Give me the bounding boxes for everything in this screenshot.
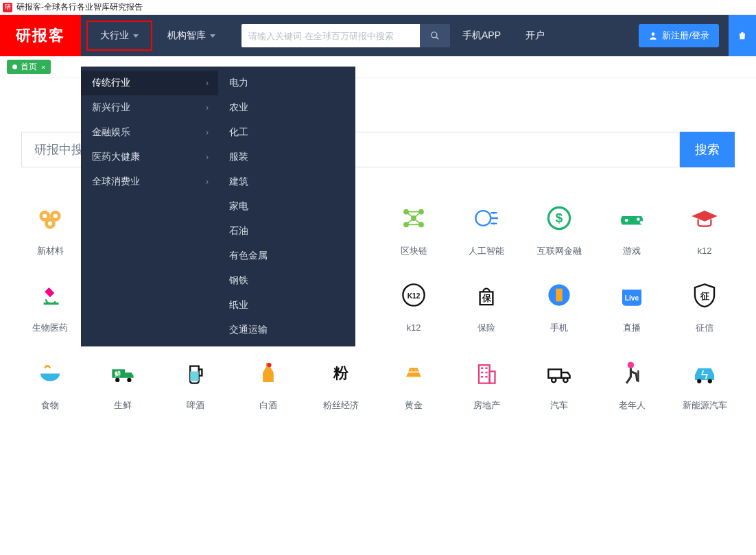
cart-button[interactable] [729,15,756,56]
mega-sub-item[interactable]: 有色金属 [218,244,355,268]
category-cell[interactable]: K12k12 [377,274,450,333]
category-icon-wrap: $ [539,198,580,239]
login-button[interactable]: 新注册/登录 [639,24,719,47]
mega-sub-item[interactable]: 化工 [218,120,355,145]
category-cell[interactable]: 征征信 [668,274,741,333]
category-cell[interactable]: 新能源汽车 [668,352,741,411]
hero-search-button[interactable]: 搜索 [680,132,735,167]
svg-point-24 [637,217,640,221]
category-cell[interactable]: 游戏 [595,198,668,257]
category-label: 征信 [668,322,741,333]
mega-sub-item[interactable]: 家电 [218,194,355,219]
beer-icon [178,355,213,390]
category-cell[interactable]: 汽车 [523,352,595,411]
category-label: 手机 [523,322,595,333]
category-icon-wrap [393,352,434,393]
chevron-right-icon: › [206,103,209,113]
ev-car-icon [687,355,722,390]
svg-point-44 [563,377,567,381]
site-logo[interactable]: 研报客 [0,15,81,56]
user-icon [648,31,658,40]
svg-text:$: $ [556,211,563,225]
liquor-icon [251,355,285,390]
category-label: 汽车 [523,400,595,411]
category-cell[interactable]: 食物 [14,352,86,411]
category-cell[interactable]: 粉粉丝经济 [305,352,377,411]
svg-point-8 [48,222,52,226]
mega-category-item[interactable]: 全球消费业› [81,169,218,194]
category-cell[interactable]: $互联网金融 [523,198,595,257]
building-icon [469,355,504,390]
category-cell[interactable]: 人工智能 [450,198,523,257]
svg-point-2 [652,32,655,36]
mega-sub-item[interactable]: 建筑 [218,169,355,194]
category-label: 互联网金融 [523,246,595,257]
category-cell[interactable]: 黄金 [377,352,450,411]
svg-point-17 [475,211,491,226]
hero-search-button-label: 搜索 [695,141,720,158]
svg-point-25 [640,221,643,224]
gold-bars-icon [397,355,431,390]
top-nav: 研报客 大行业 机构智库 手机APP 开户 新注册/登录 [0,15,756,56]
category-cell[interactable]: Live直播 [595,274,668,333]
category-icon-wrap: 保 [466,274,507,316]
category-label: 生物医药 [14,322,86,333]
mega-categories: 传统行业›新兴行业›金融娱乐›医药大健康›全球消费业› [81,67,218,346]
svg-point-18 [493,212,495,214]
mega-category-item[interactable]: 医药大健康› [81,145,218,169]
mega-category-item[interactable]: 新兴行业› [81,95,218,120]
mega-sub-item[interactable]: 交通运输 [218,318,355,342]
category-cell[interactable]: 区块链 [377,198,450,257]
category-icon-wrap: 征 [684,274,725,316]
mega-sub-item[interactable]: 纸业 [218,293,355,318]
category-icon-wrap [539,274,580,316]
nav-mobile-app[interactable]: 手机APP [450,15,513,56]
mega-category-label: 金融娱乐 [92,126,130,139]
category-cell[interactable]: 老年人 [595,352,668,411]
tab-home[interactable]: 首页 × [7,60,51,74]
category-cell[interactable]: 生物医药 [14,274,86,333]
category-label: k12 [668,246,741,257]
mega-sub-item[interactable]: 钢铁 [218,268,355,293]
phone-icon [542,278,576,312]
mega-category-item[interactable]: 传统行业› [81,71,218,95]
category-icon-wrap: K12 [393,274,434,316]
mega-sub-item[interactable]: 服装 [218,145,355,169]
svg-text:K12: K12 [407,292,421,300]
mega-sub-item[interactable]: 电力 [218,71,355,95]
category-cell[interactable]: k12 [668,198,741,257]
svg-point-0 [432,32,437,38]
nav-industries-label: 大行业 [100,29,129,42]
chevron-right-icon: › [206,177,209,187]
category-icon-wrap: Live [611,274,652,316]
mega-sub-item[interactable]: 石油 [218,219,355,244]
credit-shield-icon: 征 [687,278,722,312]
mega-sub-item[interactable]: 农业 [218,95,355,120]
category-cell[interactable]: 新材料 [14,198,86,257]
mega-category-label: 新兴行业 [92,102,130,114]
nav-industries[interactable]: 大行业 [86,21,152,51]
nav-thinktank-label: 机构智库 [167,29,206,42]
category-cell[interactable]: 手机 [523,274,595,333]
tab-close-icon[interactable]: × [41,63,45,71]
nav-thinktank[interactable]: 机构智库 [155,15,228,56]
live-badge-icon: Live [615,278,649,312]
category-label: 老年人 [595,400,668,411]
top-search-input[interactable] [241,24,420,47]
category-cell[interactable]: 鲜生鲜 [86,352,159,411]
category-icon-wrap [684,198,725,239]
svg-point-6 [43,214,47,218]
category-cell[interactable]: 啤酒 [159,352,232,411]
category-cell[interactable]: 房地产 [450,352,523,411]
category-label: 粉丝经济 [305,400,377,411]
login-button-label: 新注册/登录 [662,29,709,42]
mega-category-item[interactable]: 金融娱乐› [81,120,218,145]
category-icon-wrap [29,198,71,239]
svg-point-7 [54,214,58,218]
category-cell[interactable]: 保保险 [450,274,523,333]
grad-cap-icon [687,201,722,235]
nav-open-account[interactable]: 开户 [513,15,557,56]
top-search-button[interactable] [420,24,450,47]
chevron-right-icon: › [206,128,209,137]
category-cell[interactable]: 白酒 [232,352,305,411]
